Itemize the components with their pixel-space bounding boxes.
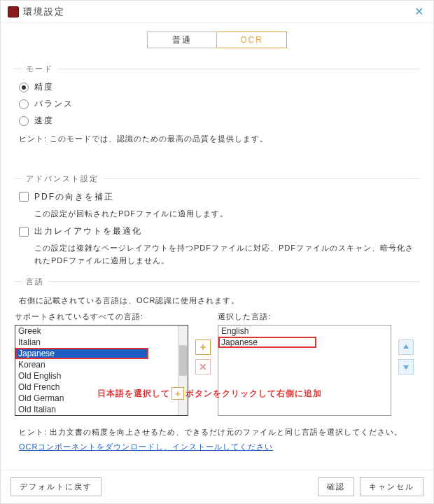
supported-label: サポートされているすべての言語: <box>15 312 188 322</box>
arrow-down-icon <box>402 363 410 371</box>
ok-button[interactable]: 確認 <box>318 477 354 496</box>
titlebar: 環境設定 ✕ <box>1 1 433 23</box>
section-advanced: アドバンスト設定 PDFの向きを補正 この設定が回転されたPDFファイルに適用し… <box>15 174 419 267</box>
download-ocr-link[interactable]: OCRコンポーネントをダウンロードし、インストールしてください <box>19 442 273 451</box>
checkbox-layout-label: 出力レイアウトを最適化 <box>34 225 142 237</box>
annotation-text: 日本語を選択して ＋ ボタンをクリックして右側に追加 <box>97 387 322 400</box>
list-item-highlighted[interactable]: Japanese <box>218 337 316 348</box>
layout-desc: この設定は複雑なページレイアウトを持つPDFファイルに対応、PDFファイルのスキ… <box>34 242 419 267</box>
close-icon[interactable]: ✕ <box>412 5 426 18</box>
radio-speed[interactable] <box>19 116 29 126</box>
preferences-window: 環境設定 ✕ 普通 OCR モード 精度 バランス 速度 ヒント: このモードで… <box>0 0 434 504</box>
move-up-button[interactable] <box>398 340 414 355</box>
window-title: 環境設定 <box>23 6 65 18</box>
radio-row-accuracy[interactable]: 精度 <box>19 81 419 93</box>
plus-icon: ＋ <box>172 387 184 400</box>
tab-normal[interactable]: 普通 <box>147 31 217 48</box>
section-mode: モード 精度 バランス 速度 ヒント: このモードでは、認識のための最高の品質を… <box>15 64 419 146</box>
tabs: 普通 OCR <box>1 23 433 54</box>
mode-hint: ヒント: このモードでは、認識のための最高の品質を提供します。 <box>19 132 419 146</box>
selected-label: 選択した言語: <box>218 312 391 322</box>
checkbox-orientation[interactable] <box>19 192 29 202</box>
content: モード 精度 バランス 速度 ヒント: このモードでは、認識のための最高の品質を… <box>1 54 433 470</box>
reset-defaults-button[interactable]: デフォルトに戻す <box>10 477 102 496</box>
scrollbar-thumb[interactable] <box>179 345 187 376</box>
radio-balance[interactable] <box>19 99 29 109</box>
list-item[interactable]: Korean <box>15 359 188 370</box>
list-item[interactable]: Old Italian <box>15 404 188 415</box>
check-row-layout[interactable]: 出力レイアウトを最適化 <box>19 225 419 237</box>
list-item[interactable]: English <box>218 326 391 337</box>
radio-accuracy[interactable] <box>19 83 29 92</box>
radio-balance-label: バランス <box>34 98 74 110</box>
selected-listbox[interactable]: English Japanese <box>218 325 391 416</box>
checkbox-layout[interactable] <box>19 227 29 237</box>
download-link-row: OCRコンポーネントをダウンロードし、インストールしてください <box>19 442 419 452</box>
move-down-button[interactable] <box>398 359 414 374</box>
order-buttons <box>398 340 414 374</box>
language-area: サポートされているすべての言語: Greek Italian Japanese … <box>15 312 419 416</box>
list-item[interactable]: Italian <box>15 337 188 348</box>
section-title-language: 言語 <box>15 276 419 287</box>
list-item[interactable]: Old English <box>15 370 188 382</box>
language-intro: 右側に記載されている言語は、OCR認識に使用されます。 <box>19 294 419 307</box>
scrollbar-vertical[interactable] <box>178 326 188 415</box>
check-row-orientation[interactable]: PDFの向きを補正 <box>19 191 419 203</box>
cancel-button[interactable]: キャンセル <box>360 477 424 496</box>
selected-column: 選択した言語: English Japanese <box>218 312 391 416</box>
annotation-part1: 日本語を選択して <box>97 388 170 400</box>
remove-language-button[interactable]: ✕ <box>195 359 211 374</box>
titlebar-left: 環境設定 <box>8 6 65 18</box>
section-language: 言語 右側に記載されている言語は、OCR認識に使用されます。 サポートされている… <box>15 276 419 451</box>
radio-row-balance[interactable]: バランス <box>19 98 419 110</box>
annotation-part2: ボタンをクリックして右側に追加 <box>186 388 322 400</box>
section-title-mode: モード <box>15 64 419 74</box>
add-language-button[interactable]: ＋ <box>195 340 211 355</box>
section-title-advanced: アドバンスト設定 <box>15 174 419 184</box>
list-item[interactable]: Greek <box>15 326 188 337</box>
footer: デフォルトに戻す 確認 キャンセル <box>1 470 433 503</box>
supported-column: サポートされているすべての言語: Greek Italian Japanese … <box>15 312 188 416</box>
checkbox-orientation-label: PDFの向きを補正 <box>34 191 114 203</box>
supported-listbox[interactable]: Greek Italian Japanese Korean Old Englis… <box>15 325 188 416</box>
radio-accuracy-label: 精度 <box>34 81 54 93</box>
list-item[interactable]: Old Spanish <box>15 415 188 416</box>
orientation-desc: この設定が回転されたPDFファイルに適用します。 <box>34 208 419 220</box>
bottom-hint: ヒント: 出力文書の精度を向上させるため、できるだけ元のファイルと同じ言語を選択… <box>19 426 419 439</box>
radio-row-speed[interactable]: 速度 <box>19 115 419 127</box>
app-icon <box>8 6 19 18</box>
list-item-selected[interactable]: Japanese <box>15 348 148 359</box>
tab-ocr[interactable]: OCR <box>217 31 287 48</box>
transfer-buttons: ＋ ✕ <box>195 340 211 374</box>
arrow-up-icon <box>402 343 410 351</box>
radio-speed-label: 速度 <box>34 115 54 127</box>
